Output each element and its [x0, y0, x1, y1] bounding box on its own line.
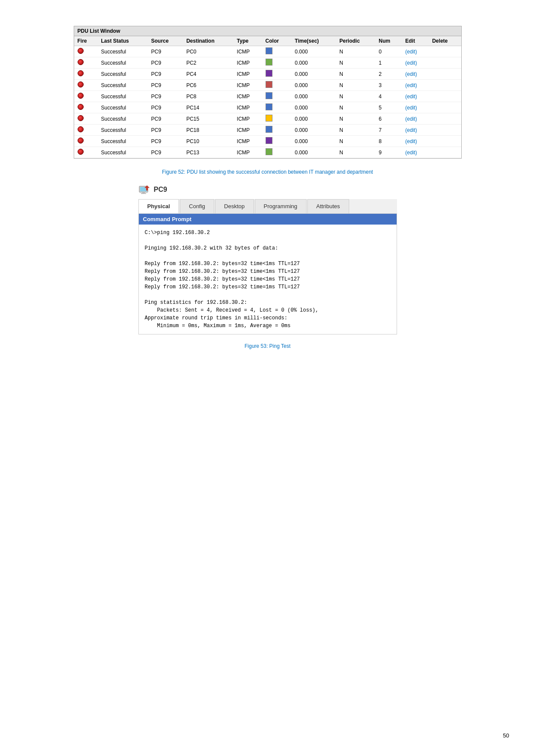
pdu-title-bar: PDU List Window — [74, 26, 461, 36]
time-cell: 0.000 — [291, 91, 336, 102]
tab-physical[interactable]: Physical — [138, 199, 179, 213]
fire-cell[interactable] — [74, 57, 98, 69]
periodic-cell: N — [336, 57, 375, 69]
tab-config[interactable]: Config — [180, 199, 214, 213]
color-cell — [262, 125, 291, 136]
edit-cell[interactable]: (edit) — [402, 113, 429, 125]
source-cell: PC9 — [148, 69, 183, 80]
table-row: Successful PC9 PC13 ICMP 0.000 N 9 (edit… — [74, 147, 461, 158]
tab-desktop[interactable]: Desktop — [215, 199, 254, 213]
source-cell: PC9 — [148, 125, 183, 136]
periodic-cell: N — [336, 125, 375, 136]
periodic-cell: N — [336, 80, 375, 91]
type-cell: ICMP — [233, 46, 262, 57]
edit-cell[interactable]: (edit) — [402, 46, 429, 57]
status-cell: Successful — [97, 102, 147, 113]
col-num: Num — [375, 36, 402, 46]
table-row: Successful PC9 PC0 ICMP 0.000 N 0 (edit) — [74, 46, 461, 57]
status-cell: Successful — [97, 113, 147, 125]
col-type: Type — [233, 36, 262, 46]
periodic-cell: N — [336, 46, 375, 57]
tab-attributes[interactable]: Attributes — [307, 199, 349, 213]
color-cell — [262, 46, 291, 57]
pdu-table: Fire Last Status Source Destination Type… — [74, 36, 461, 158]
color-cell — [262, 113, 291, 125]
fire-cell[interactable] — [74, 46, 98, 57]
fire-cell[interactable] — [74, 136, 98, 147]
edit-cell[interactable]: (edit) — [402, 69, 429, 80]
delete-cell — [429, 102, 461, 113]
page-number: 50 — [503, 732, 509, 739]
periodic-cell: N — [336, 113, 375, 125]
edit-cell[interactable]: (edit) — [402, 125, 429, 136]
svg-rect-2 — [142, 192, 145, 193]
fire-cell[interactable] — [74, 125, 98, 136]
source-cell: PC9 — [148, 102, 183, 113]
edit-cell[interactable]: (edit) — [402, 147, 429, 158]
fire-cell[interactable] — [74, 80, 98, 91]
col-periodic: Periodic — [336, 36, 375, 46]
source-cell: PC9 — [148, 91, 183, 102]
status-cell: Successful — [97, 57, 147, 69]
time-cell: 0.000 — [291, 46, 336, 57]
destination-cell: PC18 — [183, 125, 233, 136]
type-cell: ICMP — [233, 125, 262, 136]
source-cell: PC9 — [148, 113, 183, 125]
fire-cell[interactable] — [74, 147, 98, 158]
time-cell: 0.000 — [291, 136, 336, 147]
table-row: Successful PC9 PC18 ICMP 0.000 N 7 (edit… — [74, 125, 461, 136]
table-row: Successful PC9 PC10 ICMP 0.000 N 8 (edit… — [74, 136, 461, 147]
figure53-caption: Figure 53: Ping Test — [26, 343, 509, 349]
tab-programming[interactable]: Programming — [255, 199, 307, 213]
status-cell: Successful — [97, 147, 147, 158]
table-row: Successful PC9 PC14 ICMP 0.000 N 5 (edit… — [74, 102, 461, 113]
pc9-content: Command Prompt C:\>ping 192.168.30.2 Pin… — [138, 214, 397, 334]
table-row: Successful PC9 PC6 ICMP 0.000 N 3 (edit) — [74, 80, 461, 91]
edit-cell[interactable]: (edit) — [402, 80, 429, 91]
fire-cell[interactable] — [74, 113, 98, 125]
type-cell: ICMP — [233, 57, 262, 69]
destination-cell: PC15 — [183, 113, 233, 125]
edit-cell[interactable]: (edit) — [402, 91, 429, 102]
cmd-text: C:\>ping 192.168.30.2 Pinging 192.168.30… — [145, 229, 391, 330]
num-cell: 2 — [375, 69, 402, 80]
fire-cell[interactable] — [74, 69, 98, 80]
delete-cell — [429, 147, 461, 158]
destination-cell: PC13 — [183, 147, 233, 158]
col-time: Time(sec) — [291, 36, 336, 46]
time-cell: 0.000 — [291, 69, 336, 80]
type-cell: ICMP — [233, 91, 262, 102]
col-fire: Fire — [74, 36, 98, 46]
time-cell: 0.000 — [291, 113, 336, 125]
num-cell: 1 — [375, 57, 402, 69]
table-row: Successful PC9 PC2 ICMP 0.000 N 1 (edit) — [74, 57, 461, 69]
table-row: Successful PC9 PC15 ICMP 0.000 N 6 (edit… — [74, 113, 461, 125]
fire-cell[interactable] — [74, 102, 98, 113]
num-cell: 9 — [375, 147, 402, 158]
delete-cell — [429, 57, 461, 69]
periodic-cell: N — [336, 91, 375, 102]
delete-cell — [429, 113, 461, 125]
status-cell: Successful — [97, 125, 147, 136]
periodic-cell: N — [336, 136, 375, 147]
pc9-header: PC9 — [138, 184, 397, 196]
num-cell: 0 — [375, 46, 402, 57]
source-cell: PC9 — [148, 46, 183, 57]
edit-cell[interactable]: (edit) — [402, 136, 429, 147]
status-cell: Successful — [97, 46, 147, 57]
delete-cell — [429, 136, 461, 147]
col-edit: Edit — [402, 36, 429, 46]
col-destination: Destination — [183, 36, 233, 46]
fire-cell[interactable] — [74, 91, 98, 102]
edit-cell[interactable]: (edit) — [402, 57, 429, 69]
pdu-list-window: PDU List Window Fire Last Status Source … — [74, 26, 462, 159]
source-cell: PC9 — [148, 147, 183, 158]
color-cell — [262, 80, 291, 91]
col-color: Color — [262, 36, 291, 46]
destination-cell: PC4 — [183, 69, 233, 80]
edit-cell[interactable]: (edit) — [402, 102, 429, 113]
num-cell: 7 — [375, 125, 402, 136]
figure52-caption: Figure 52: PDU list showing the successf… — [26, 169, 509, 175]
destination-cell: PC14 — [183, 102, 233, 113]
type-cell: ICMP — [233, 113, 262, 125]
